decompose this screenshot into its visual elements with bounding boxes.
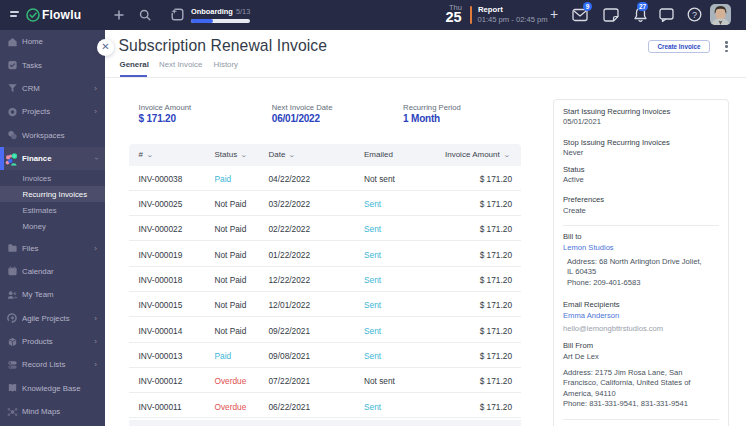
svg-text:?: ? <box>692 10 697 20</box>
